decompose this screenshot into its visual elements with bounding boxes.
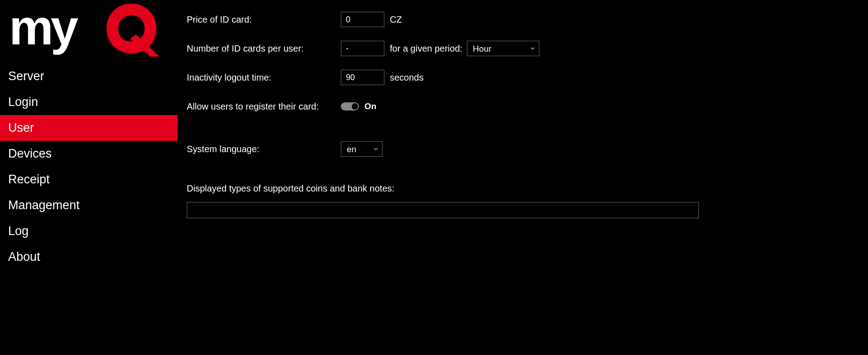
sidebar: my Server Login User Devices Receipt Man…: [0, 0, 178, 355]
main-content: Price of ID card: CZ Number of ID cards …: [178, 0, 868, 355]
period-select-wrap: Hour: [467, 41, 539, 56]
inactivity-label: Inactivity logout time:: [187, 72, 341, 83]
toggle-track: [341, 102, 359, 110]
coins-label: Displayed types of supported coins and b…: [187, 183, 857, 194]
sidebar-item-server[interactable]: Server: [0, 63, 178, 89]
period-label: for a given period:: [390, 43, 462, 54]
row-language: System language: en: [187, 141, 857, 157]
logo: my: [0, 0, 178, 63]
language-label: System language:: [187, 144, 341, 154]
svg-text:my: my: [9, 0, 78, 55]
price-input[interactable]: [341, 12, 384, 27]
myq-logo-icon: my: [9, 0, 168, 57]
cards-label: Number of ID cards per user:: [187, 43, 341, 54]
row-allow-register: Allow users to register their card: On: [187, 98, 857, 115]
coins-input[interactable]: [187, 202, 699, 218]
sidebar-item-devices[interactable]: Devices: [0, 141, 178, 167]
sidebar-nav: Server Login User Devices Receipt Manage…: [0, 63, 178, 270]
sidebar-item-login[interactable]: Login: [0, 89, 178, 115]
price-unit: CZ: [390, 14, 402, 25]
row-cards-per-user: Number of ID cards per user: for a given…: [187, 40, 857, 57]
inactivity-unit: seconds: [390, 72, 424, 83]
toggle-thumb: [352, 103, 358, 110]
sidebar-item-about[interactable]: About: [0, 244, 178, 270]
language-select-wrap: en: [341, 141, 383, 157]
allow-register-label: Allow users to register their card:: [187, 101, 341, 112]
sidebar-item-user[interactable]: User: [0, 115, 178, 141]
cards-input[interactable]: [341, 41, 384, 56]
row-price-id-card: Price of ID card: CZ: [187, 11, 857, 28]
inactivity-input[interactable]: [341, 70, 384, 85]
sidebar-item-log[interactable]: Log: [0, 218, 178, 244]
sidebar-item-receipt[interactable]: Receipt: [0, 167, 178, 192]
sidebar-item-management[interactable]: Management: [0, 192, 178, 218]
allow-register-toggle[interactable]: On: [341, 101, 376, 111]
row-inactivity: Inactivity logout time: seconds: [187, 69, 857, 86]
toggle-state-label: On: [364, 101, 376, 111]
period-select[interactable]: Hour: [467, 41, 539, 56]
price-label: Price of ID card:: [187, 14, 341, 25]
language-select[interactable]: en: [341, 141, 383, 157]
